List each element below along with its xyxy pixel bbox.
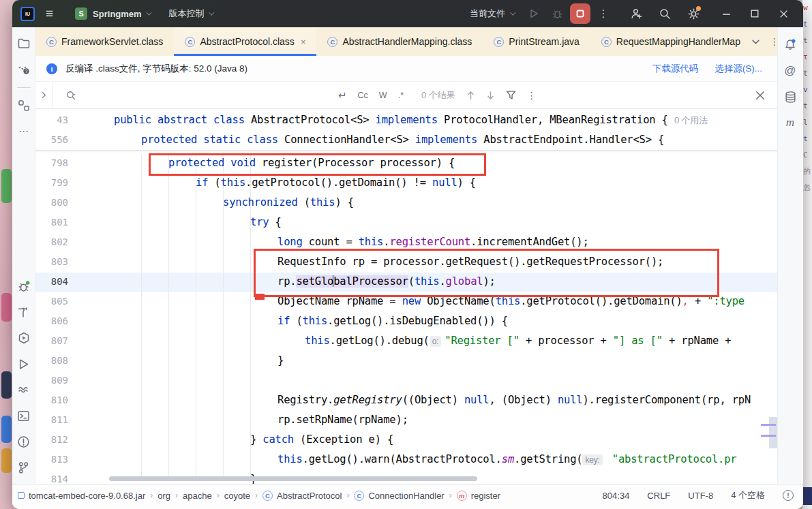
code-editor[interactable]: 43public abstract class AbstractProtocol… [35,109,777,484]
line-number[interactable]: 802 [35,232,95,252]
editor-tab[interactable]: CRequestMappingHandlerMap [590,27,751,56]
database-icon[interactable] [781,87,800,106]
editor-tab[interactable]: CAbstractProtocol.class× [174,27,316,56]
code-line[interactable]: 812} catch (Exception e) { [35,430,777,450]
choose-sources-link[interactable]: 选择源(S)... [715,63,762,75]
previous-match-icon[interactable] [466,91,475,100]
maximize-button[interactable] [742,3,768,24]
vertical-scrollbar[interactable] [769,417,777,448]
project-folder-icon[interactable] [14,34,33,53]
code-line[interactable]: 801try { [35,213,777,232]
code-with-me-icon[interactable] [626,3,646,24]
more-actions-icon[interactable]: ⋮ [593,3,614,24]
search-everywhere-icon[interactable] [655,3,675,24]
breadcrumb-item[interactable]: org [157,491,170,501]
search-options-icon[interactable]: ⋮ [527,90,537,101]
search-input[interactable] [79,87,338,104]
tab-close-icon[interactable]: × [301,37,306,47]
breadcrumb-item[interactable]: tomcat-embed-core-9.0.68.jar [18,491,145,501]
project-widget[interactable]: S Springmem [64,3,157,24]
close-search-icon[interactable] [755,91,777,100]
filter-icon[interactable] [506,90,516,100]
editor-tab[interactable]: CPrintStream.java [483,27,590,56]
services-icon[interactable] [14,329,33,348]
line-number[interactable]: 809 [35,371,95,390]
problems-widget-icon[interactable]: ! [783,490,794,501]
line-number[interactable]: 813 [35,450,95,469]
structure-icon[interactable] [14,96,33,115]
tabs-overflow-chevron-icon[interactable] [751,37,760,46]
horizontal-scrollbar[interactable] [109,476,477,481]
ai-assistant-icon[interactable]: @ [781,61,800,80]
code-line[interactable]: 799if (this.getProtocol().getDomain() !=… [35,173,777,193]
build-icon[interactable] [14,303,33,322]
caret-position[interactable]: 804:34 [603,491,630,501]
line-number[interactable]: 805 [35,292,95,311]
line-number[interactable]: 810 [35,390,95,410]
download-sources-link[interactable]: 下载源代码 [652,63,699,75]
search-icon[interactable] [65,90,76,101]
stop-button[interactable] [570,3,590,24]
newline-icon[interactable]: ↵ [338,89,347,102]
code-line[interactable]: 811rp.setRpName(rpName); [35,410,777,430]
main-menu-icon[interactable]: ≡ [40,6,59,21]
code-line[interactable]: 43public abstract class AbstractProtocol… [35,110,777,130]
run-configuration-selector[interactable]: 当前文件 [463,3,521,24]
debug-tool-icon[interactable] [14,277,33,296]
regex-icon[interactable]: .* [398,91,404,100]
line-number[interactable]: 808 [35,351,95,371]
line-number[interactable]: 814 [35,469,95,484]
line-number[interactable]: 804 [35,272,95,292]
tab-label: RequestMappingHandlerMap [616,36,740,47]
commit-icon[interactable]: ? [14,60,33,79]
line-number[interactable]: 799 [35,173,95,193]
code-line[interactable]: 556protected static class ConnectionHand… [35,130,777,150]
line-number[interactable]: 800 [35,193,95,213]
line-number[interactable]: 803 [35,252,95,272]
whole-words-icon[interactable]: W [379,91,387,100]
code-line[interactable]: 809 [35,371,777,390]
breadcrumb-item[interactable]: coyote [224,491,250,501]
run-tool-icon[interactable] [14,354,33,373]
line-number[interactable]: 807 [35,331,95,351]
line-number[interactable]: 798 [35,153,95,173]
code-line[interactable]: 807this.getLog().debug(o:"Register [" + … [35,331,777,351]
editor-tab[interactable]: CFrameworkServlet.class [35,27,174,56]
line-number[interactable]: 812 [35,430,95,450]
code-line[interactable]: 806if (this.getLog().isDebugEnabled()) { [35,311,777,331]
minimize-button[interactable] [713,3,739,24]
line-number[interactable]: 43 [35,110,95,130]
breadcrumb-item[interactable]: mregister [457,491,500,501]
next-match-icon[interactable] [486,91,495,100]
terminal-icon[interactable] [14,406,33,425]
debug-button[interactable] [547,3,567,24]
breadcrumb-item[interactable]: CAbstractProtocol [262,491,342,501]
code-line[interactable]: 800synchronized (this) { [35,193,777,213]
breadcrumb-item[interactable]: CConnectionHandler [354,491,444,501]
code-line[interactable]: 808} [35,351,777,371]
maven-icon[interactable]: m [781,113,800,132]
notifications-bell-icon[interactable] [781,35,800,55]
line-number[interactable]: 811 [35,410,95,430]
git-branch-icon[interactable] [14,458,33,477]
line-number[interactable]: 556 [35,130,95,150]
code-line[interactable]: 810Registry.getRegistry((Object) null, (… [35,390,777,410]
file-encoding[interactable]: UTF-8 [688,491,713,501]
line-number[interactable]: 806 [35,311,95,331]
code-line[interactable]: 813this.getLog().warn(AbstractProtocol.s… [35,450,777,469]
line-number[interactable]: 801 [35,213,95,232]
close-button[interactable] [770,3,796,24]
more-tool-windows-icon[interactable]: ⋯ [14,122,33,141]
indent-setting[interactable]: 4 个空格 [731,489,765,502]
vcs-widget[interactable]: 版本控制 [162,3,220,24]
problems-icon[interactable] [14,380,33,399]
app-logo-icon[interactable]: IU [20,7,35,21]
expand-search-icon[interactable] [35,82,53,108]
notifications-error-icon[interactable] [14,432,33,451]
editor-tab[interactable]: CAbstractHandlerMapping.class [316,27,483,56]
settings-icon[interactable] [683,3,704,24]
breadcrumb-item[interactable]: apache [183,491,212,501]
run-button[interactable] [524,3,544,24]
line-separator[interactable]: CRLF [647,491,670,501]
match-case-icon[interactable]: Cc [358,91,368,100]
